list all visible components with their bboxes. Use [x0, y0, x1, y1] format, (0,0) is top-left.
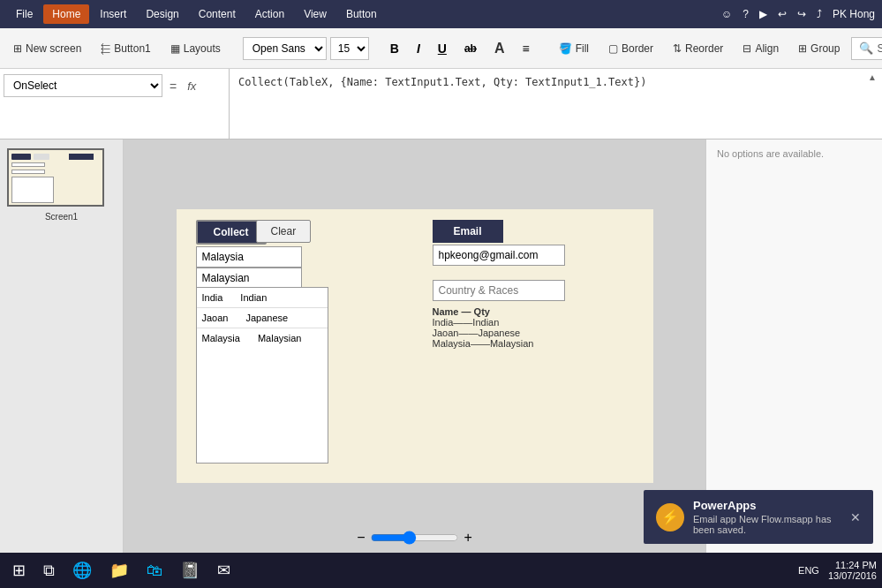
table-cell-race-3: Malaysian [258, 333, 302, 343]
zoom-bar: − + [357, 530, 472, 546]
cursor-icon: ⬱ [101, 42, 110, 55]
menu-view[interactable]: View [295, 4, 335, 24]
taskbar-right: ENG 11:24 PM 13/07/2016 [798, 560, 877, 581]
button1-button[interactable]: ⬱ Button1 [93, 38, 158, 59]
taskbar: ⊞ ⧉ 🌐 📁 🛍 📓 ✉ ENG 11:24 PM 13/07/2016 [0, 553, 882, 588]
toast-title: PowerApps [693, 499, 841, 512]
zoom-minus-icon[interactable]: − [357, 530, 365, 546]
reorder-icon: ⇅ [673, 42, 682, 55]
taskbar-clock: 11:24 PM 13/07/2016 [828, 560, 877, 581]
toast-notification: ⚡ PowerApps Email app New Flow.msapp has… [644, 490, 873, 544]
edge-button[interactable]: 🌐 [65, 557, 99, 584]
taskbar-date-value: 13/07/2016 [828, 570, 877, 581]
undo-icon[interactable]: ↩ [778, 8, 787, 20]
formula-bar: OnSelect = fx Collect(TableX, {Name: Tex… [0, 69, 882, 139]
thumb-email [69, 154, 94, 160]
zoom-plus-icon[interactable]: + [464, 530, 472, 546]
data-list-row-1: India——Indian [433, 317, 534, 328]
menu-insert[interactable]: Insert [91, 4, 135, 24]
underline-button[interactable]: U [431, 37, 454, 60]
menu-content[interactable]: Content [190, 4, 245, 24]
menu-file[interactable]: File [7, 4, 41, 24]
help-icon[interactable]: ? [743, 8, 749, 20]
fx-symbol: fx [184, 74, 200, 96]
fill-icon: 🪣 [559, 42, 572, 55]
thumb-table [11, 177, 54, 203]
font-size-select[interactable]: 15 [330, 37, 369, 60]
font-name-select[interactable]: Open Sans [243, 37, 327, 60]
sidebar: Screen1 [0, 139, 124, 553]
task-view-button[interactable]: ⧉ [36, 558, 62, 584]
menu-home[interactable]: Home [43, 4, 89, 24]
explorer-button[interactable]: 📁 [102, 557, 136, 584]
screen-name[interactable]: Screen1 [7, 212, 116, 222]
border-icon: ▢ [608, 42, 618, 55]
app-canvas: Collect Clear Email India Indian Jaoan [177, 209, 653, 483]
country-input[interactable] [433, 280, 565, 301]
table-cell-race-2: Japanese [245, 313, 288, 323]
scroll-up-icon[interactable]: ▲ [868, 72, 877, 82]
property-selector[interactable]: OnSelect [4, 74, 162, 97]
zoom-slider[interactable] [371, 531, 459, 545]
text-input-2[interactable] [196, 268, 302, 289]
formula-left: OnSelect = fx [0, 69, 230, 139]
data-list-row-3: Malaysia——Malaysian [433, 338, 534, 349]
toast-message: Email app New Flow.msapp has been saved. [693, 514, 841, 535]
thumb-collect [11, 154, 31, 160]
group-button[interactable]: ⊞ Group [790, 38, 848, 59]
table-row: India Indian [197, 288, 328, 308]
menu-action[interactable]: Action [246, 4, 293, 24]
canvas-area: Collect Clear Email India Indian Jaoan [124, 139, 705, 553]
text-input-1[interactable] [196, 246, 302, 268]
align-icon: ⊟ [743, 42, 751, 55]
email-input[interactable] [433, 245, 565, 266]
new-screen-button[interactable]: ⊞ New screen [5, 38, 89, 59]
mail-button[interactable]: ✉ [210, 557, 237, 584]
table-cell-country-2: Jaoan [202, 313, 229, 323]
text-color-button[interactable]: A [487, 37, 512, 60]
thumb-input2 [11, 170, 45, 174]
bold-button[interactable]: B [383, 37, 406, 60]
align-button[interactable]: ⊟ Align [735, 38, 787, 59]
table-cell-country-3: Malaysia [202, 333, 240, 343]
data-list-row-2: Jaoan——Japanese [433, 328, 534, 338]
layouts-icon: ▦ [170, 42, 180, 55]
toast-icon: ⚡ [656, 503, 684, 531]
title-bar-right: ☺ ? ▶ ↩ ↪ ⤴ PK Hong [721, 8, 875, 20]
user-name: PK Hong [833, 8, 875, 20]
fill-button[interactable]: 🪣 Fill [551, 38, 597, 59]
table-cell-race-1: Indian [240, 292, 267, 303]
reorder-button[interactable]: ⇅ Reorder [665, 38, 731, 59]
formula-content[interactable]: Collect(TableX, {Name: TextInput1.Text, … [230, 69, 868, 139]
screen-thumbnail[interactable] [7, 148, 104, 207]
email-button[interactable]: Email [433, 220, 503, 243]
onenote-button[interactable]: 📓 [173, 557, 207, 584]
thumb-input1 [11, 162, 45, 167]
search-box[interactable]: 🔍 Search [851, 37, 882, 60]
start-button[interactable]: ⊞ [5, 557, 33, 584]
equals-sign: = [166, 74, 180, 97]
border-button[interactable]: ▢ Border [600, 38, 661, 59]
table-cell-country-1: India [202, 292, 223, 303]
toast-close-button[interactable]: ✕ [850, 510, 861, 524]
scroll-handle[interactable]: ▲ [868, 69, 882, 139]
layouts-button[interactable]: ▦ Layouts [162, 38, 229, 59]
smiley-icon[interactable]: ☺ [721, 8, 732, 20]
strikethrough-button[interactable]: ab [457, 37, 484, 60]
menu-design[interactable]: Design [137, 4, 187, 24]
thumb-clear [34, 154, 49, 160]
redo-icon[interactable]: ↪ [797, 8, 806, 20]
clear-button[interactable]: Clear [256, 220, 312, 243]
menu-button[interactable]: Button [337, 4, 386, 24]
search-icon: 🔍 [859, 41, 873, 55]
table-row: Jaoan Japanese [197, 308, 328, 328]
italic-button[interactable]: I [410, 37, 427, 60]
toast-content: PowerApps Email app New Flow.msapp has b… [693, 499, 841, 535]
align-text-button[interactable]: ≡ [515, 37, 536, 60]
taskbar-time-value: 11:24 PM [828, 560, 877, 570]
menu-bar: File Home Insert Design Content Action V… [7, 4, 386, 24]
toolbar: ⊞ New screen ⬱ Button1 ▦ Layouts Open Sa… [0, 28, 882, 69]
share-icon[interactable]: ⤴ [817, 8, 822, 20]
store-button[interactable]: 🛍 [139, 558, 170, 584]
play-icon[interactable]: ▶ [759, 8, 767, 20]
